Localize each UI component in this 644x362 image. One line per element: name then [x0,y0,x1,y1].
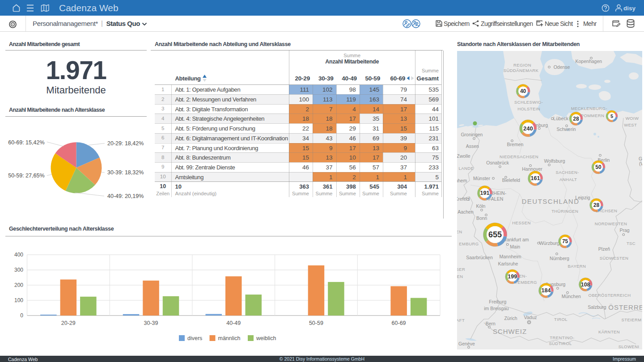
svg-text:Bern: Bern [486,321,496,326]
svg-text:Odense: Odense [554,64,570,70]
svg-text:0: 0 [20,312,23,319]
svg-text:Schwerin: Schwerin [556,126,576,132]
svg-text:Leipzig: Leipzig [575,195,590,200]
svg-text:Karlsruhe: Karlsruhe [498,261,518,266]
svg-text:50-59: 50-59 [309,320,323,326]
svg-text:WEST: WEST [624,122,637,127]
svg-text:MECKLENBURG-: MECKLENBURG- [571,106,607,111]
svg-text:POMMERN: POMMERN [581,113,604,118]
svg-text:HOLSTEIN: HOLSTEIN [517,106,540,111]
svg-text:Go: Go [639,156,642,161]
svg-text:Assen: Assen [466,143,479,149]
svg-text:OBERÖSTERREICH: OBERÖSTERREICH [589,293,631,298]
svg-text:Plzeň: Plzeň [598,246,610,252]
svg-text:Mannheim: Mannheim [499,254,521,259]
svg-text:50: 50 [595,164,602,170]
svg-text:Freiburg: Freiburg [489,299,506,304]
svg-text:Bielefeld: Bielefeld [502,177,520,183]
svg-text:NIEDERSACHSEN: NIEDERSACHSEN [500,154,538,159]
svg-text:(Wielk: (Wielk [639,161,642,166]
svg-text:Hannover: Hannover [522,166,542,172]
svg-text:5: 5 [610,114,613,119]
svg-text:THÜRINGEN: THÜRINGEN [551,209,578,214]
svg-text:191: 191 [480,190,490,196]
svg-text:SÜDDÄNEMARK: SÜDDÄNEMARK [504,68,539,73]
svg-text:ÖSTERRE: ÖSTERRE [608,303,642,311]
svg-text:Münster: Münster [473,176,490,181]
svg-text:Saarbrücken: Saarbrücken [466,255,493,260]
svg-text:Groningen: Groningen [461,132,483,137]
svg-text:SACHSEN-: SACHSEN- [556,170,579,175]
svg-text:199: 199 [508,274,517,280]
svg-text:STEIERM: STEIERM [621,317,641,322]
svg-text:Zwolle: Zwolle [457,153,470,159]
svg-text:100: 100 [14,297,23,303]
svg-text:RHEIN-: RHEIN- [490,190,507,196]
svg-text:HAFT: HAFT [457,318,465,323]
svg-text:Aachen: Aachen [458,209,474,215]
svg-text:TSC: TSC [627,241,636,246]
svg-text:Zürich: Zürich [504,316,517,321]
svg-text:184: 184 [542,287,551,294]
svg-text:TIROL: TIROL [554,317,568,322]
svg-text:München: München [562,294,581,299]
svg-text:WOIW: WOIW [626,116,639,121]
svg-text:EMBURG: EMBURG [459,241,479,246]
svg-text:Kopenhagen: Kopenhagen [576,59,602,64]
svg-text:Main: Main [510,244,520,249]
svg-text:Vaduz: Vaduz [524,315,537,320]
svg-text:75: 75 [562,238,568,244]
svg-text:28: 28 [593,202,600,208]
svg-text:HESSEN: HESSEN [512,220,530,225]
svg-text:240: 240 [523,125,533,132]
svg-text:200: 200 [14,282,23,288]
svg-text:Osnabrück: Osnabrück [486,160,509,165]
svg-text:40-49: 40-49 [226,320,241,326]
svg-text:Würzburg: Würzburg [539,240,560,246]
svg-text:divers: divers [187,335,202,341]
svg-text:ANHALT: ANHALT [559,177,577,182]
svg-text:28: 28 [573,116,579,122]
svg-text:161: 161 [531,175,540,181]
svg-text:Prag: Prag [620,227,630,233]
svg-text:SCHLESWIG-: SCHLESWIG- [514,100,543,105]
svg-text:SCHWEIZ: SCHWEIZ [493,328,527,335]
svg-text:Genève: Genève [458,341,475,346]
svg-text:Bremen: Bremen [507,142,524,147]
svg-text:NORDWESTEN: NORDWESTEN [595,221,627,226]
svg-text:männlich: männlich [218,335,241,341]
svg-text:60-69: 60-69 [392,320,406,326]
svg-text:400: 400 [14,252,23,258]
svg-text:KÄRNTEN: KÄRNTEN [598,329,620,334]
svg-text:REGION: REGION [513,63,531,67]
svg-text:Köln: Köln [476,203,485,209]
svg-text:108: 108 [581,282,590,288]
svg-text:IEN: IEN [457,229,462,234]
svg-text:im Breisgau: im Breisgau [484,306,509,311]
svg-text:DEUTSCHLAND: DEUTSCHLAND [521,198,579,205]
svg-text:SÜDWESTEN: SÜDWESTEN [600,256,628,261]
svg-text:BAYERN: BAYERN [568,264,586,269]
svg-text:20-29: 20-29 [61,320,76,326]
svg-text:Nürnberg: Nürnberg [550,256,569,261]
svg-text:40: 40 [520,88,526,94]
svg-text:300: 300 [14,267,23,273]
svg-text:SLOWENI: SLOWENI [619,344,640,349]
svg-text:Salzburg: Salzburg [588,304,606,310]
svg-text:655: 655 [488,230,502,239]
svg-text:TEN: TEN [457,274,463,279]
svg-text:Lübeck: Lübeck [553,116,569,121]
svg-text:SSER: SSER [457,267,465,272]
svg-text:SÜDTIROL: SÜDTIROL [549,341,572,346]
svg-text:30-39: 30-39 [144,320,158,326]
svg-text:Wolfsburg: Wolfsburg [544,158,565,164]
svg-text:TRENTINO-: TRENTINO- [550,335,574,340]
svg-text:weiblich: weiblich [256,335,276,341]
svg-text:LANDE: LANDE [459,166,474,171]
svg-text:nhem: nhem [457,178,467,183]
